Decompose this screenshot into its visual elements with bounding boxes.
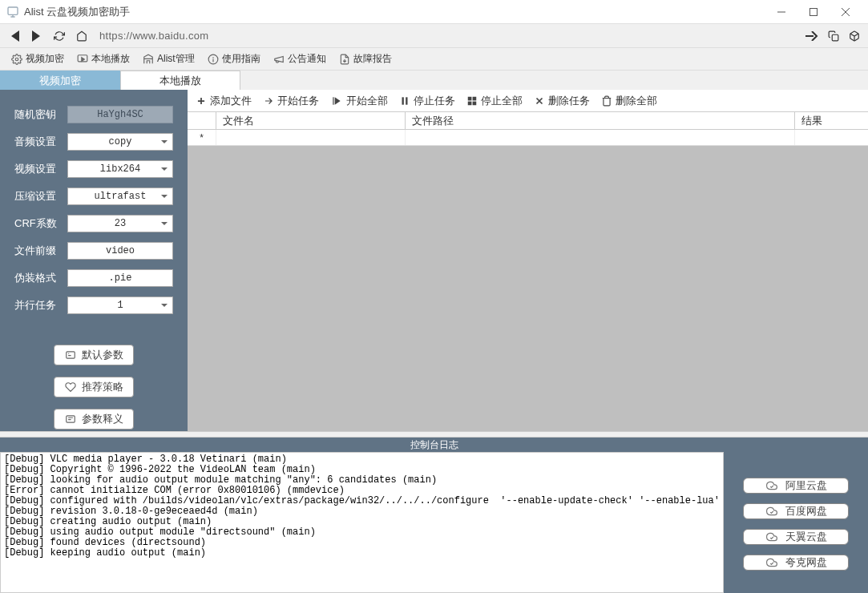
audio-label: 音频设置: [14, 135, 59, 149]
crf-select[interactable]: 23: [67, 215, 173, 232]
button-label: 夸克网盘: [785, 555, 827, 570]
last-page-icon[interactable]: [29, 29, 45, 43]
button-label: 天翼云盘: [785, 530, 827, 544]
menu-alist[interactable]: Alist管理: [138, 50, 200, 67]
parallel-label: 并行任务: [14, 298, 59, 313]
row-marker: *: [188, 130, 216, 145]
menu-label: 本地播放: [91, 52, 130, 66]
cell-filename: [216, 130, 406, 145]
button-label: 添加文件: [210, 94, 252, 108]
splitter[interactable]: [0, 431, 868, 438]
tab-video-encrypt[interactable]: 视频加密: [0, 71, 120, 90]
forward-icon[interactable]: [804, 30, 820, 42]
default-params-button[interactable]: 默认参数: [54, 345, 134, 365]
app-logo-icon: [6, 6, 19, 18]
sidebar: 随机密钥HaYgh4SC 音频设置copy 视频设置libx264 压缩设置ul…: [0, 90, 188, 431]
cloud-panel: 阿里云盘 百度网盘 天翼云盘 夸克网盘: [724, 452, 868, 593]
menu-guide[interactable]: 使用指南: [203, 50, 265, 67]
first-page-icon[interactable]: [6, 29, 22, 43]
home-icon[interactable]: [74, 29, 90, 43]
button-label: 删除任务: [548, 94, 590, 108]
parallel-select[interactable]: 1: [67, 296, 173, 314]
button-label: 百度网盘: [785, 504, 827, 518]
menu-label: Alist管理: [157, 52, 195, 66]
copy-icon[interactable]: [826, 29, 841, 43]
prefix-input[interactable]: video: [67, 242, 173, 260]
svg-rect-10: [468, 96, 472, 100]
button-label: 停止任务: [414, 94, 455, 108]
tab-local-play[interactable]: 本地播放: [120, 71, 240, 90]
column-result[interactable]: 结果: [795, 112, 868, 129]
window-title: Alist 云盘视频加密助手: [24, 5, 130, 19]
menu-label: 公告通知: [288, 52, 326, 66]
menu-video-encrypt[interactable]: 视频加密: [6, 50, 69, 67]
tianyi-cloud-button[interactable]: 天翼云盘: [743, 529, 849, 545]
video-label: 视频设置: [14, 162, 59, 176]
column-filename[interactable]: 文件名: [216, 112, 406, 129]
svg-point-3: [15, 58, 18, 61]
menu-local-play[interactable]: 本地播放: [72, 50, 135, 67]
svg-rect-12: [468, 101, 472, 105]
recommend-button[interactable]: 推荐策略: [54, 377, 134, 397]
svg-rect-2: [832, 34, 838, 41]
cell-filepath: [406, 130, 795, 145]
start-task-button[interactable]: 开始任务: [258, 92, 324, 110]
fake-label: 伪装格式: [14, 271, 59, 285]
stop-task-button[interactable]: 停止任务: [394, 92, 460, 110]
nav-bar: https://www.baidu.com: [0, 24, 868, 48]
button-label: 推荐策略: [82, 380, 123, 394]
button-label: 删除全部: [616, 94, 657, 108]
close-button[interactable]: [830, 2, 862, 22]
column-filepath[interactable]: 文件路径: [406, 112, 795, 129]
audio-select[interactable]: copy: [67, 133, 173, 151]
titlebar: Alist 云盘视频加密助手: [0, 0, 868, 24]
menu-bar: 视频加密 本地播放 Alist管理 使用指南 公告通知 故障报告: [0, 48, 868, 71]
menu-notice[interactable]: 公告通知: [268, 50, 331, 67]
baidu-cloud-button[interactable]: 百度网盘: [743, 503, 849, 519]
tabs-bar: 视频加密 本地播放: [0, 71, 868, 90]
console-title: 控制台日志: [0, 438, 868, 452]
url-display[interactable]: https://www.baidu.com: [96, 30, 208, 42]
fake-input[interactable]: .pie: [67, 269, 173, 287]
svg-rect-13: [473, 101, 477, 105]
menu-report[interactable]: 故障报告: [334, 50, 397, 67]
minimize-button[interactable]: [765, 2, 797, 22]
random-key-value[interactable]: HaYgh4SC: [67, 106, 173, 123]
random-key-label: 随机密钥: [14, 107, 59, 122]
button-label: 默认参数: [82, 348, 123, 362]
menu-label: 故障报告: [353, 52, 392, 66]
refresh-icon[interactable]: [51, 29, 67, 43]
menu-label: 视频加密: [26, 52, 64, 66]
tab-label: 视频加密: [39, 74, 81, 88]
table-header: 文件名 文件路径 结果: [188, 112, 868, 130]
compress-select[interactable]: ultrafast: [67, 188, 173, 205]
svg-rect-11: [473, 96, 477, 100]
button-label: 开始全部: [346, 94, 388, 108]
table-body[interactable]: *: [188, 130, 868, 431]
main-panel: 添加文件 开始任务 开始全部 停止任务 停止全部 删除任务 删除全部 文件名 文…: [188, 90, 868, 431]
add-file-button[interactable]: 添加文件: [191, 92, 256, 110]
maximize-button[interactable]: [797, 2, 830, 22]
table-row[interactable]: *: [188, 130, 868, 146]
crf-label: CRF系数: [14, 216, 59, 231]
stop-all-button[interactable]: 停止全部: [462, 92, 527, 110]
svg-rect-9: [406, 97, 407, 104]
console-log[interactable]: [Debug] VLC media player - 3.0.18 Vetina…: [0, 452, 724, 593]
svg-rect-1: [810, 8, 818, 15]
explain-button[interactable]: 参数释义: [54, 409, 134, 430]
start-all-button[interactable]: 开始全部: [325, 92, 393, 110]
button-label: 参数释义: [82, 412, 123, 426]
column-blank: [188, 112, 216, 129]
task-toolbar: 添加文件 开始任务 开始全部 停止任务 停止全部 删除任务 删除全部: [188, 90, 868, 112]
svg-rect-8: [402, 97, 404, 104]
button-label: 停止全部: [481, 94, 523, 108]
button-label: 开始任务: [277, 94, 319, 108]
delete-task-button[interactable]: 删除任务: [529, 92, 595, 110]
quark-cloud-button[interactable]: 夸克网盘: [743, 555, 849, 571]
menu-label: 使用指南: [222, 52, 260, 66]
compress-label: 压缩设置: [14, 189, 59, 204]
video-select[interactable]: libx264: [67, 160, 173, 178]
delete-all-button[interactable]: 删除全部: [596, 92, 662, 110]
ali-cloud-button[interactable]: 阿里云盘: [743, 478, 849, 494]
cube-icon[interactable]: [847, 29, 862, 43]
